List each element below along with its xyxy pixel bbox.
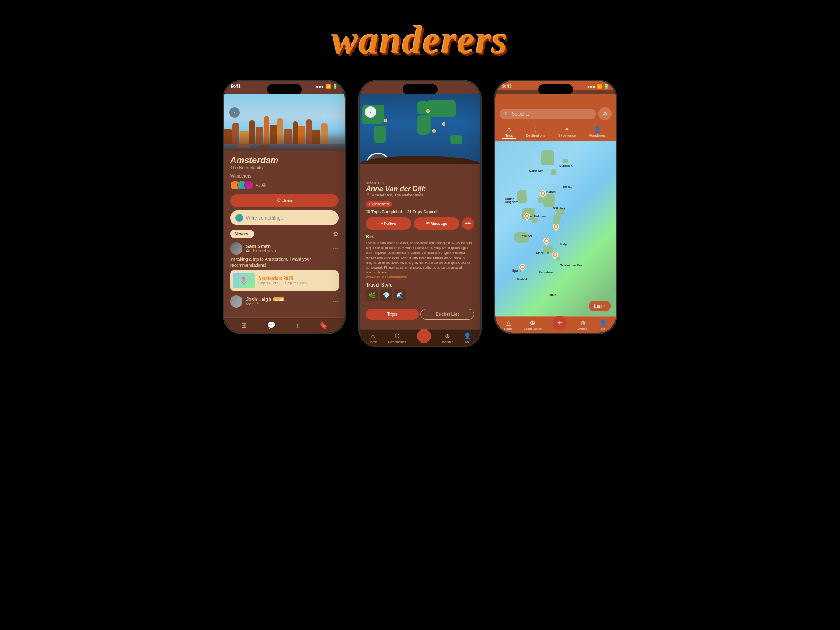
tab-trips[interactable]: Trips xyxy=(366,309,419,320)
post-menu-1[interactable]: ••• xyxy=(332,245,339,252)
profile-handle: aekstein01 xyxy=(366,181,474,185)
destinations-tab-label: Destinations xyxy=(526,133,545,137)
post-username-1: Sam Smith xyxy=(246,244,276,249)
nav-add-button-3[interactable]: + xyxy=(553,316,567,330)
phones-container: 9:41 ●●● 📶 🔋 xyxy=(223,80,617,347)
post-card-title: Amsterdam 2023 xyxy=(258,276,308,281)
phone1-content: Amsterdam The Netherlands Wanderers +1.6… xyxy=(224,151,345,317)
sort-label[interactable]: Newest xyxy=(230,230,254,238)
nav-communities-2[interactable]: ☮ Communities xyxy=(388,332,406,343)
me-label-3: Me xyxy=(601,327,606,330)
chat-icon[interactable]: 💬 xyxy=(267,321,276,329)
nav-me-2[interactable]: 👤 Me xyxy=(464,332,471,343)
phone3-tabs: △ Trips 📍 Destinations ✦ Experience 👤 Wa… xyxy=(495,123,616,141)
write-input[interactable]: Write something... xyxy=(230,210,339,225)
search-row: 🔍 Search... ⚙ xyxy=(500,107,612,120)
experience-badge: Experienced xyxy=(366,201,392,207)
back-button-2[interactable]: ‹ xyxy=(365,106,376,118)
communities-icon: ☮ xyxy=(394,332,400,340)
communities-icon-3: ☮ xyxy=(530,319,536,326)
action-buttons: + Follow ✉ Message ••• xyxy=(366,217,474,230)
nav-wander-3[interactable]: ⊕ Wander xyxy=(578,319,588,330)
battery-icon: 🔋 xyxy=(332,84,338,89)
more-button[interactable]: ••• xyxy=(462,217,474,230)
travel-style-icons: 🌿 💎 🌊 xyxy=(366,289,474,301)
city-hero-image: ‹ xyxy=(224,94,345,151)
label-spain: Spain xyxy=(512,269,521,272)
pin-south-france xyxy=(542,236,551,245)
grid-icon[interactable]: ⊞ xyxy=(241,321,247,329)
land-denmark xyxy=(551,169,556,175)
message-button[interactable]: ✉ Message xyxy=(414,217,459,230)
bio-link[interactable]: www.linkhere.com/random xyxy=(366,275,474,279)
label-tunis: Tunis xyxy=(548,294,556,297)
wanderers-label: Wanderers xyxy=(230,174,339,178)
share-icon[interactable]: ↑ xyxy=(295,321,299,329)
tab-destinations-3[interactable]: 📍 Destinations xyxy=(522,125,549,139)
experience-icon: ✦ xyxy=(564,126,570,133)
bio-section: Bio Lorem ipsum dolor sit amet, consecte… xyxy=(366,234,474,279)
wifi-icon: 📶 xyxy=(326,84,331,89)
city-name: Amsterdam xyxy=(230,155,339,165)
destinations-icon: 📍 xyxy=(532,126,539,133)
land-germany xyxy=(543,194,555,207)
battery-icon-3: 🔋 xyxy=(604,84,609,89)
nav-home-2[interactable]: △ Home xyxy=(369,332,377,343)
nav-wander-2[interactable]: ⊕ Wander xyxy=(442,332,453,343)
label-madrid: Madrid xyxy=(517,278,527,281)
country-name: The Netherlands xyxy=(230,165,339,170)
location-icon: 📍 xyxy=(366,193,371,197)
land-scandinavia xyxy=(541,150,554,165)
tab-wanderers-3[interactable]: 👤 Wanderers xyxy=(585,125,609,139)
phone-2: ‹ 👤 aekstein01 Anna Van der Dijk 📍 Amste… xyxy=(359,80,481,347)
profile-name: Anna Van der Dijk xyxy=(366,185,474,193)
europe-map: North Sea UnitedKingdom Ne...rlands Belg… xyxy=(495,141,616,316)
back-button-1[interactable]: ‹ xyxy=(229,107,240,118)
label-germany: Germ...y xyxy=(553,206,565,209)
post-header-1: Sam Smith 🏔 Thailand 2023 ••• xyxy=(230,242,339,255)
tab-experience-3[interactable]: ✦ Experience xyxy=(555,125,579,139)
wanderers-avatars: +1.6k xyxy=(230,180,339,190)
trips-tab-label: Trips xyxy=(505,133,513,137)
me-label: Me xyxy=(466,340,470,343)
communities-label-3: Communities xyxy=(524,327,542,330)
join-button[interactable]: ♡ Join xyxy=(230,194,339,207)
search-placeholder: Search... xyxy=(512,112,529,116)
profile-tabs: Trips Bucket List xyxy=(366,309,474,320)
label-belgium: Belgium xyxy=(534,215,546,218)
label-tyrrhenian: Tyrrhenian Sea xyxy=(560,264,582,267)
phone-3: 9:41 ●●● 📶 🔋 🔍 Search... ⚙ xyxy=(494,80,617,334)
phone2-content: aekstein01 Anna Van der Dijk 📍 Amsterdam… xyxy=(360,164,480,329)
filter-icon[interactable]: ⚙ xyxy=(333,231,339,238)
nav-communities-3[interactable]: ☮ Communities xyxy=(524,319,542,330)
list-button[interactable]: List ≡ xyxy=(589,301,611,311)
wanderers-tab-label: Wanderers xyxy=(589,133,606,137)
me-icon: 👤 xyxy=(464,332,471,340)
label-barcelona: Barcelona xyxy=(539,271,553,274)
post-card-1[interactable]: 🌷 Amsterdam 2023 Sep 14, 2023 - Sep 29, … xyxy=(230,270,339,291)
trips-icon: △ xyxy=(507,126,511,133)
post-avatar-2 xyxy=(230,295,242,308)
search-bar[interactable]: 🔍 Search... xyxy=(500,109,596,119)
tab-trips-3[interactable]: △ Trips xyxy=(502,125,516,139)
follow-button[interactable]: + Follow xyxy=(366,217,411,230)
app-title: wanderers xyxy=(332,18,508,63)
post-menu-2[interactable]: ••• xyxy=(332,298,339,305)
bookmark-icon[interactable]: 🔖 xyxy=(319,321,328,329)
post-meta-1: 🏔 Thailand 2023 xyxy=(246,249,276,253)
land-switzerland xyxy=(532,218,538,223)
nav-add-button-2[interactable]: + xyxy=(417,329,431,343)
divider xyxy=(366,305,474,305)
wander-label-3: Wander xyxy=(578,327,588,330)
nav-home-3[interactable]: △ Home xyxy=(504,319,513,330)
tab-bucket-list[interactable]: Bucket List xyxy=(420,309,474,320)
phone3-header: 🔍 Search... ⚙ xyxy=(495,94,616,123)
communities-label: Communities xyxy=(388,340,406,343)
trips-completed: 10 Trips Completed xyxy=(366,210,402,214)
nav-me-3[interactable]: 👤 Me xyxy=(599,319,607,330)
wifi-icon-3: 📶 xyxy=(597,84,602,89)
wander-icon: ⊕ xyxy=(445,332,450,340)
land-poland xyxy=(563,159,568,163)
label-north-sea: North Sea xyxy=(529,169,543,172)
filter-button[interactable]: ⚙ xyxy=(598,107,612,120)
